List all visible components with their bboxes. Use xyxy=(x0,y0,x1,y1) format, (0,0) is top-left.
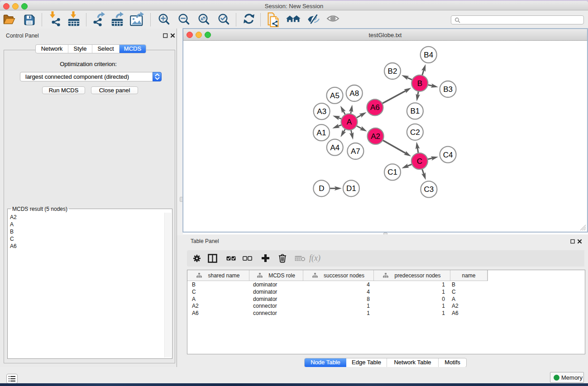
svg-text:C3: C3 xyxy=(424,185,434,194)
svg-text:B4: B4 xyxy=(424,51,433,59)
svg-text:A4: A4 xyxy=(330,143,339,152)
svg-text:C4: C4 xyxy=(443,151,453,159)
svg-text:D: D xyxy=(319,184,324,193)
svg-text:C2: C2 xyxy=(410,128,420,137)
svg-text:A7: A7 xyxy=(351,147,360,156)
svg-text:A: A xyxy=(347,118,352,126)
svg-text:A5: A5 xyxy=(330,91,339,100)
svg-text:B1: B1 xyxy=(411,107,420,115)
svg-text:C1: C1 xyxy=(387,168,397,176)
svg-text:A8: A8 xyxy=(349,89,359,98)
svg-text:A2: A2 xyxy=(371,132,380,141)
svg-text:D1: D1 xyxy=(346,184,356,193)
svg-text:A1: A1 xyxy=(317,129,326,137)
svg-text:C: C xyxy=(417,157,422,166)
svg-text:A6: A6 xyxy=(370,103,380,112)
svg-text:A3: A3 xyxy=(317,107,326,116)
svg-text:B: B xyxy=(417,79,422,88)
svg-text:B3: B3 xyxy=(443,85,453,94)
svg-text:B2: B2 xyxy=(388,67,397,76)
